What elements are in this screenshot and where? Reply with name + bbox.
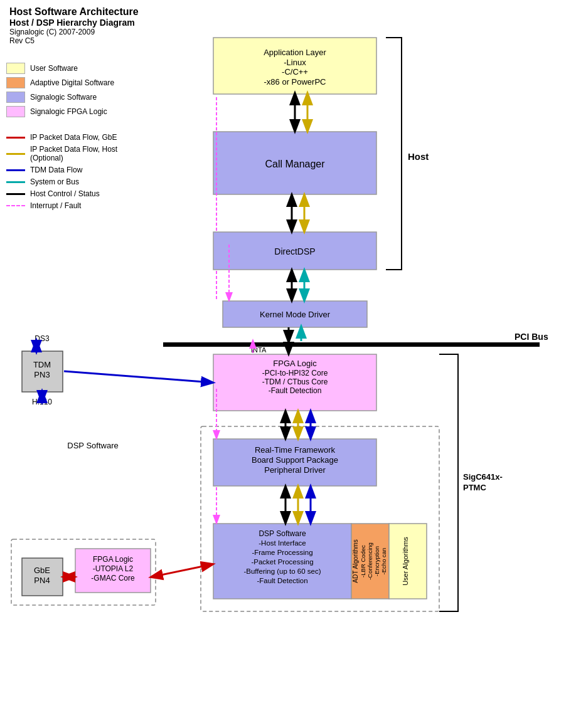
legend-label-sig: Signalogic Software [30,93,97,102]
inta-label: INTA [251,346,267,354]
svg-text:User Algorithms: User Algorithms [402,537,409,586]
pci-bus-line [163,342,540,347]
ds3-label: DS3 [35,334,50,343]
svg-text:-VAD: -VAD [394,554,401,568]
legend-label-ip-gbe: IP Packet Data Flow, GbE [30,133,117,142]
svg-text:FPGA Logic: FPGA Logic [273,359,317,368]
user-algorithms-box [389,524,427,599]
svg-text:-x86 or PowerPC: -x86 or PowerPC [264,77,326,87]
svg-text:-Fault Detection: -Fault Detection [257,577,307,584]
svg-text:-UTOPIA L2: -UTOPIA L2 [93,564,134,573]
svg-text:-Fault Detection: -Fault Detection [269,386,322,395]
legend-system-bus: System or Bus [6,177,151,186]
dashed-dsp-container [201,426,439,611]
legend-user-software: User Software [6,63,151,74]
legend-label-tdm: TDM Data Flow [30,166,82,174]
call-manager-box [213,132,376,194]
svg-text:ADT Algorithms: ADT Algorithms [352,539,359,583]
dsp-software-label: DSP Software [67,441,118,450]
legend-signalogic-software: Signalogic Software [6,92,151,103]
svg-text:PN4: PN4 [34,576,50,585]
legend-line-host-ctrl [6,193,25,195]
sigc-brace [439,354,458,611]
svg-text:TDM: TDM [33,360,51,369]
legend-box-adt [6,77,25,88]
legend-label-bus: System or Bus [30,177,79,186]
legend-box-user [6,63,25,74]
legend-label-host-ctrl: Host Control / Status [30,189,100,198]
svg-text:Real-Time Framework: Real-Time Framework [255,445,336,455]
dsp-software-box [213,524,351,599]
page-title: Host Software Architecture [9,6,567,18]
svg-text:-Linux: -Linux [284,58,306,67]
svg-text:-GMAC Core: -GMAC Core [91,574,135,583]
tdm-pn3-box [22,351,63,392]
legend-interrupt: Interrupt / Fault [6,201,151,210]
svg-text:-Echo can: -Echo can [380,548,387,575]
legend-fpga-logic: Signalogic FPGA Logic [6,106,151,117]
header: Host Software Architecture Host / DSP Hi… [9,6,567,45]
svg-text:-Packet Processing: -Packet Processing [251,558,313,566]
svg-text:-Conferencing: -Conferencing [366,542,373,580]
svg-text:-Host Interface: -Host Interface [259,539,306,547]
legend-ip-host: IP Packet Data Flow, Host (Optional) [6,145,151,162]
adt-algorithms-box [351,524,389,599]
legend-box-sig [6,92,25,103]
pci-bus-label: PCI Bus [515,332,548,342]
legend-label-fpga: Signalogic FPGA Logic [30,107,107,116]
svg-text:Kernel Mode Driver: Kernel Mode Driver [260,310,331,319]
h110-label: H.110 [32,398,52,406]
fpga-logic-box [213,354,376,411]
legend-label-user: User Software [30,64,78,73]
fpga-utopia-box [75,549,151,593]
legend-label-interrupt: Interrupt / Fault [30,201,81,210]
legend-host-control: Host Control / Status [6,189,151,198]
gbe-pn4-box [22,558,63,596]
svg-text:-C/C++: -C/C++ [282,67,308,76]
page-revision: Rev C5 [9,36,567,45]
legend-line-ip-host [6,153,25,155]
svg-text:DSP Software: DSP Software [259,529,306,538]
sigc-label1: SigC641x- [463,472,503,482]
direct-dsp-box [213,232,376,270]
host-brace [386,38,402,270]
legend-line-bus [6,181,25,183]
sigc-label2: PTMC [463,483,486,492]
legend-line-interrupt [6,205,25,206]
svg-text:-AGC: -AGC [387,554,394,569]
page-copyright: Signalogic (C) 2007-2009 [9,28,567,36]
kernel-driver-box [223,301,367,327]
svg-text:Peripheral Driver: Peripheral Driver [264,465,326,475]
svg-text:PN3: PN3 [34,370,50,379]
svg-text:DirectDSP: DirectDSP [274,246,315,256]
host-label: Host [408,151,429,162]
legend-box-fpga [6,106,25,117]
arrow-tdm-fpga-blue [64,371,212,382]
legend-adaptive-digital: Adaptive Digital Software [6,77,151,88]
legend-ip-gbe: IP Packet Data Flow, GbE [6,133,151,142]
svg-text:Call Manager: Call Manager [265,159,325,169]
page-subtitle: Host / DSP Hierarchy Diagram [9,18,567,28]
rtf-box [213,439,376,486]
page: Host Software Architecture Host / DSP Hi… [0,0,576,728]
arrow-fpga-dsp-red [152,564,212,577]
svg-text:-Frame Processing: -Frame Processing [252,549,312,556]
svg-text:-TDM / CTbus Core: -TDM / CTbus Core [262,377,328,386]
legend-label-adt: Adaptive Digital Software [30,78,114,87]
legend-label-ip-host: IP Packet Data Flow, Host (Optional) [30,145,151,162]
svg-text:Board Support Package: Board Support Package [252,455,338,465]
svg-text:GbE: GbE [34,566,50,575]
svg-text:FPGA Logic: FPGA Logic [93,555,133,564]
svg-text:Application Layer: Application Layer [264,48,326,57]
legend-line-tdm [6,169,25,171]
app-layer-box [213,38,376,94]
svg-text:-Encryption: -Encryption [373,546,380,576]
legend-tdm: TDM Data Flow [6,166,151,174]
svg-text:-DTMF: -DTMF [401,552,408,571]
svg-text:-LBR Codec: -LBR Codec [360,545,366,578]
svg-text:-PCI-to-HPI32 Core: -PCI-to-HPI32 Core [262,369,328,377]
svg-text:-Buffering (up to 60 sec): -Buffering (up to 60 sec) [243,567,321,575]
legend: User Software Adaptive Digital Software … [6,63,151,213]
legend-line-ip-gbe [6,137,25,139]
dashed-gbe-container [11,539,156,605]
